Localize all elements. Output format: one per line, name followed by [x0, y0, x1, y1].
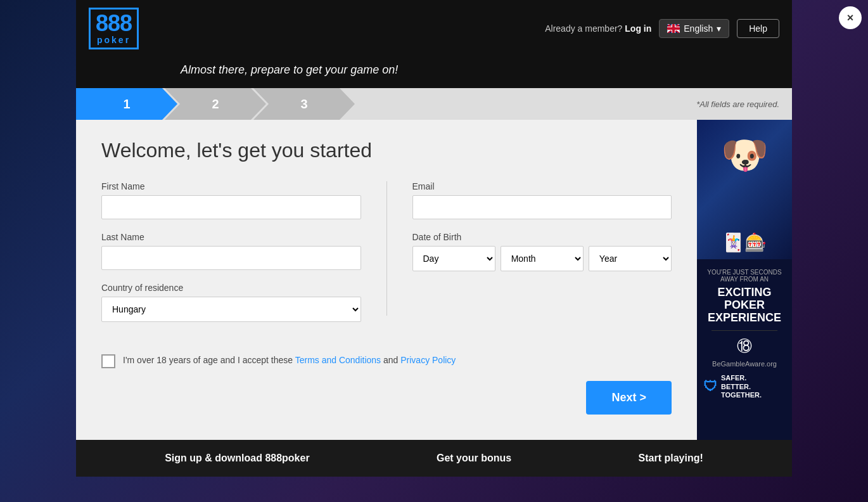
- ad-site: BeGambleAware.org: [703, 360, 786, 368]
- first-name-label: First Name: [101, 181, 361, 191]
- footer-item-2: Get your bonus: [437, 453, 511, 464]
- language-selector[interactable]: English ▾: [659, 19, 729, 38]
- form-columns: First Name Last Name Country of residenc…: [101, 181, 672, 335]
- header: 888 poker Already a member? Log in: [76, 0, 792, 57]
- content-area: Welcome, let's get you started First Nam…: [76, 120, 792, 440]
- last-name-group: Last Name: [101, 232, 361, 270]
- email-input[interactable]: [412, 195, 672, 219]
- ad-image: 🐶 🃏🎰: [697, 120, 792, 259]
- terms-row: I'm over 18 years of age and I accept th…: [101, 354, 672, 368]
- footer-bar: Sign up & download 888poker Get your bon…: [76, 440, 792, 477]
- dob-row: Day 12345 678910 1112131415 1617181920 2…: [412, 246, 672, 271]
- svg-rect-8: [667, 27, 680, 30]
- first-name-input[interactable]: [101, 195, 361, 219]
- top-right-controls: Already a member? Log in English ▾ Help: [545, 19, 779, 38]
- language-label: English: [684, 23, 713, 34]
- terms-link[interactable]: Terms and Conditions: [295, 355, 381, 365]
- help-button[interactable]: Help: [737, 19, 779, 38]
- chevron-down-icon: ▾: [717, 23, 721, 34]
- logo-888: 888: [96, 12, 132, 35]
- first-name-group: First Name: [101, 181, 361, 219]
- dob-label: Date of Birth: [412, 232, 672, 242]
- logo-poker: poker: [96, 35, 132, 45]
- safer-text: SAFER. BETTER. TOGETHER.: [721, 374, 762, 399]
- privacy-link[interactable]: Privacy Policy: [400, 355, 456, 365]
- welcome-title: Welcome, let's get you started: [101, 139, 672, 162]
- next-button[interactable]: Next >: [586, 381, 672, 415]
- email-group: Email: [412, 181, 672, 219]
- flag-icon: [667, 24, 680, 33]
- ad-headline: EXCITING POKER EXPERIENCE: [703, 286, 786, 324]
- ad-shield: 🛡 SAFER. BETTER. TOGETHER.: [703, 374, 786, 399]
- right-form-col: Email Date of Birth Day 12345 678910 111…: [412, 181, 672, 335]
- footer-item-3: Start playing!: [639, 453, 703, 464]
- required-note: *All fields are required.: [696, 100, 792, 109]
- last-name-label: Last Name: [101, 232, 361, 242]
- last-name-input[interactable]: [101, 246, 361, 270]
- logo-box: 888 poker: [89, 8, 139, 49]
- tagline: Almost there, prepare to get your game o…: [76, 57, 792, 88]
- ad-text: YOU'RE JUST SECONDS AWAY FROM AN EXCITIN…: [697, 259, 792, 440]
- terms-checkbox[interactable]: [101, 354, 115, 368]
- form-divider: [386, 181, 387, 316]
- form-section: Welcome, let's get you started First Nam…: [76, 120, 697, 440]
- bulldog-icon: 🐶: [721, 132, 769, 177]
- country-select[interactable]: Hungary United Kingdom Germany France Sp…: [101, 297, 361, 322]
- side-ad: 🐶 🃏🎰 YOU'RE JUST SECONDS AWAY FROM AN EX…: [697, 120, 792, 440]
- country-group: Country of residence Hungary United King…: [101, 283, 361, 322]
- country-label: Country of residence: [101, 283, 361, 293]
- ad-18-badge: ⑱: [703, 336, 786, 356]
- step-3[interactable]: 3: [253, 88, 355, 120]
- footer-item-1: Sign up & download 888poker: [165, 453, 309, 464]
- terms-text: I'm over 18 years of age and I accept th…: [123, 354, 456, 367]
- already-member-text: Already a member? Log in: [545, 23, 651, 34]
- month-select[interactable]: Month JanuaryFebruaryMarch AprilMayJune …: [501, 246, 584, 271]
- logo: 888 poker: [89, 8, 139, 49]
- shield-icon: 🛡: [703, 378, 717, 395]
- step-2[interactable]: 2: [165, 88, 266, 120]
- year-select[interactable]: Year 2005200420032002 2001200019991998 1…: [589, 246, 672, 271]
- poker-chips-icon: 🃏🎰: [722, 232, 767, 253]
- day-select[interactable]: Day 12345 678910 1112131415 1617181920 2…: [412, 246, 495, 271]
- ad-tagline: YOU'RE JUST SECONDS AWAY FROM AN: [703, 269, 786, 283]
- ad-divider: [712, 330, 777, 331]
- close-button[interactable]: ×: [839, 6, 862, 29]
- email-label: Email: [412, 181, 672, 191]
- steps-bar: 1 2 3 *All fields are required.: [76, 88, 792, 120]
- login-link[interactable]: Log in: [625, 23, 651, 34]
- dob-group: Date of Birth Day 12345 678910 111213141…: [412, 232, 672, 271]
- left-form-col: First Name Last Name Country of residenc…: [101, 181, 361, 335]
- step-1[interactable]: 1: [76, 88, 177, 120]
